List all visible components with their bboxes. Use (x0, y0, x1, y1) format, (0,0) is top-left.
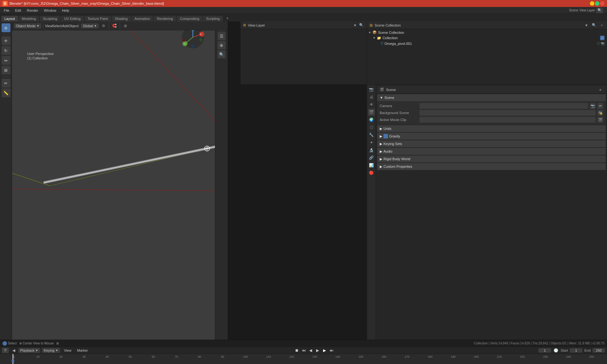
tab-compositing[interactable]: Compositing (177, 16, 202, 21)
stop-btn[interactable]: ⏹ (294, 348, 300, 353)
tool-r3[interactable]: ⊕ (218, 41, 226, 49)
toolbar-separator-1 (3, 34, 9, 34)
section-keying-header[interactable]: ▶ Keying Sets (377, 140, 606, 147)
menu-file[interactable]: File (1, 8, 12, 13)
section-gravity-header[interactable]: ▶ Gravity (377, 133, 606, 140)
maximize-button[interactable] (595, 1, 599, 6)
section-audio-header[interactable]: ▶ Audio (377, 148, 606, 155)
outliner-object[interactable]: ▶ ▽ Omega_pivot.001 ⬡ 📷 (367, 41, 607, 46)
mode-dropdown[interactable]: Object Mode ▼ (14, 23, 41, 28)
play-btn[interactable]: ▶ (322, 348, 328, 353)
prop-camera-link-btn[interactable]: 📷 (590, 103, 596, 109)
center-view-mode[interactable]: ⊕ Center View to Mouse (19, 342, 54, 345)
3d-viewport[interactable]: User Perspective (1) Collection ⊡ ◉ ● ≡ … (12, 21, 228, 347)
view-layer-search[interactable]: 🔍 (359, 22, 364, 28)
orientation-dropdown[interactable]: Global ▼ (81, 23, 99, 28)
step-forward-btn[interactable]: ▶ (315, 348, 321, 353)
svg-text:120: 120 (289, 355, 294, 358)
tab-uv-editing[interactable]: UV Editing (61, 16, 84, 21)
add-menu[interactable]: Add (62, 22, 69, 29)
close-button[interactable] (600, 1, 604, 6)
outliner-search-btn[interactable]: 🔍 (591, 22, 597, 28)
fps-icon: 🕐 (553, 348, 559, 353)
timeline-marker-menu[interactable]: Marker (75, 348, 90, 353)
prop-movie-clip-value[interactable] (420, 117, 596, 123)
prop-render-icon[interactable]: 📷 (368, 86, 375, 93)
timeline-track[interactable]: 1 10 20 30 40 50 60 70 80 90 100 110 120… (0, 354, 607, 364)
prop-physics-icon[interactable]: 🔬 (368, 147, 375, 154)
tool-rotate[interactable]: ↻ (2, 46, 10, 55)
prop-output-icon[interactable]: 🖨 (368, 94, 375, 100)
section-units-header[interactable]: ▶ Units (377, 125, 606, 132)
prop-camera-edit-btn[interactable]: ✏ (598, 103, 603, 109)
tool-annotate[interactable]: ✏ (2, 79, 10, 88)
toggle-mode[interactable]: ⊞ (56, 342, 59, 345)
object-menu[interactable]: Object (70, 22, 77, 29)
prop-movie-clip-link-btn[interactable]: 🎬 (598, 117, 603, 123)
add-workspace-btn[interactable]: + (224, 15, 231, 21)
section-rigid-body-header[interactable]: ▶ Rigid Body World (377, 155, 606, 162)
tool-cursor[interactable]: ⊕ (2, 23, 10, 32)
section-custom-props-label: Custom Properties (383, 165, 412, 168)
first-frame-btn[interactable]: ⏮ (301, 348, 307, 353)
tool-measure[interactable]: 📏 (2, 88, 10, 97)
start-frame-field[interactable]: 1 (570, 348, 582, 353)
tab-scripting[interactable]: Scripting (203, 16, 223, 21)
timeline-mode-btn[interactable]: ⏱ (2, 348, 9, 353)
prop-data-icon[interactable]: 📊 (368, 162, 375, 169)
proportional-btn[interactable]: ◎ (122, 22, 129, 29)
snap-btn[interactable]: 🧲 (111, 22, 118, 29)
tool-move[interactable]: ✛ (2, 36, 10, 45)
gravity-checkbox[interactable] (383, 134, 388, 138)
minimize-button[interactable] (590, 1, 594, 6)
svg-text:140: 140 (335, 355, 340, 358)
prop-camera-value[interactable] (420, 103, 588, 109)
outliner-new-btn[interactable]: ＋ (599, 22, 604, 28)
prop-object-icon[interactable]: ⬡ (368, 124, 375, 131)
prop-view-icon[interactable]: 👁 (368, 101, 375, 108)
view-menu[interactable]: View (45, 22, 52, 29)
timeline-collapse-btn[interactable]: ◀ (11, 348, 16, 353)
select-menu[interactable]: Select (53, 22, 60, 29)
tab-animation[interactable]: Animation (132, 16, 153, 21)
prop-constraint-icon[interactable]: 🔗 (368, 154, 375, 161)
menu-edit[interactable]: Edit (13, 8, 24, 13)
prop-bg-scene-value[interactable] (420, 110, 596, 116)
pivot-btn[interactable]: ⊙ (100, 22, 107, 29)
section-scene-header[interactable]: ▼ Scene (377, 94, 606, 101)
menu-render[interactable]: Render (24, 8, 41, 13)
keying-dropdown[interactable]: Keying ▼ (42, 348, 60, 353)
prop-world-icon[interactable]: 🌍 (368, 116, 375, 123)
scene-new-btn[interactable]: 🔍 (596, 8, 603, 13)
tab-texture-paint[interactable]: Texture Paint (84, 16, 111, 21)
menu-window[interactable]: Window (41, 8, 59, 13)
select-mode[interactable]: Select (3, 341, 17, 346)
prop-bg-scene-link-btn[interactable]: 🎭 (598, 110, 603, 116)
view-layer-filter[interactable]: ▼ (352, 22, 358, 28)
outliner-collection[interactable]: ▼ 📁 Collection ✓ (367, 35, 607, 41)
prop-particles-icon[interactable]: ✦ (368, 139, 375, 146)
prop-options-btn[interactable]: ≡ (598, 87, 603, 93)
prop-material-icon[interactable]: 🔴 (368, 169, 375, 176)
current-frame-field[interactable]: 1 (538, 348, 551, 353)
outliner-filter-btn[interactable]: ▼ (584, 22, 589, 28)
playback-dropdown[interactable]: Playback ▼ (18, 348, 40, 353)
menu-help[interactable]: Help (59, 8, 72, 13)
step-back-btn[interactable]: ◀ (308, 348, 314, 353)
tab-sculpting[interactable]: Sculpting (40, 16, 60, 21)
tab-shading[interactable]: Shading (112, 16, 131, 21)
timeline-view-menu[interactable]: View (62, 348, 73, 353)
outliner-scene-collection[interactable]: ▼ 📦 Scene Collection (367, 30, 607, 35)
prop-scene-icon[interactable]: 🎬 (368, 109, 375, 116)
section-custom-props-header[interactable]: ▶ Custom Properties (377, 163, 606, 170)
last-frame-btn[interactable]: ⏭ (329, 348, 334, 353)
tool-transform[interactable]: ⊞ (2, 66, 10, 75)
end-frame-field[interactable]: 250 (592, 348, 605, 353)
prop-modifier-icon[interactable]: 🔧 (368, 131, 375, 138)
tool-r2[interactable]: ☰ (218, 32, 226, 40)
tab-rendering[interactable]: Rendering (154, 16, 176, 21)
tab-layout[interactable]: Layout (1, 16, 18, 21)
tool-scale[interactable]: ⇔ (2, 56, 10, 65)
tool-r4[interactable]: 🔍 (218, 50, 226, 58)
tab-modeling[interactable]: Modeling (19, 16, 39, 21)
